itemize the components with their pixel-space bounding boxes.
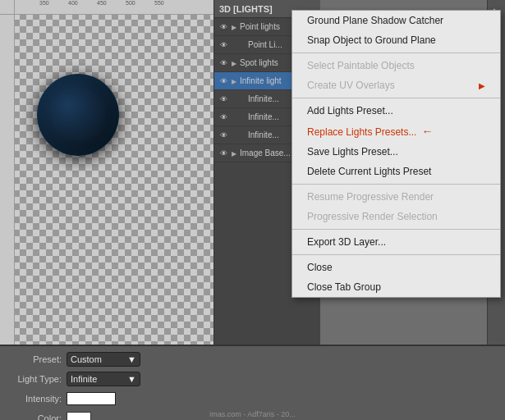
menu-item-close[interactable]: Close — [292, 258, 500, 277]
menu-item-close-tab[interactable]: Close Tab Group — [292, 277, 500, 297]
menu-item-delete-lights[interactable]: Delete Current Lights Preset — [292, 162, 500, 181]
menu-item-progressive-render: Progressive Render Selection — [292, 207, 500, 226]
layer-triangle-icon — [240, 42, 246, 48]
menu-item-ground-shadow[interactable]: Ground Plane Shadow Catcher — [292, 11, 500, 30]
menu-label: Close — [307, 262, 333, 273]
light-type-dropdown-arrow: ▼ — [127, 374, 136, 384]
arrow-pointer-icon: ← — [421, 125, 433, 138]
menu-label: Select Paintable Objects — [307, 60, 415, 71]
context-menu: Ground Plane Shadow CatcherSnap Object t… — [292, 10, 501, 298]
layer-label: Point Li... — [248, 40, 282, 49]
menu-item-resume-render: Resume Progressive Render — [292, 187, 500, 207]
menu-label: Snap Object to Ground Plane — [307, 34, 436, 46]
bottom-panel: Preset: Custom ▼ Light Type: Infinite ▼ … — [0, 345, 505, 420]
layer-eye-icon[interactable]: 👁 — [218, 130, 229, 141]
menu-label: Export 3D Layer... — [307, 236, 386, 248]
menu-label: Save Lights Preset... — [307, 146, 398, 158]
preset-dropdown-arrow: ▼ — [127, 354, 136, 364]
ruler-tick-400: 400 — [68, 0, 78, 6]
watermark: imas.com - Adf7aris - 20... — [0, 410, 505, 418]
layer-label: Point lights — [240, 22, 280, 31]
layer-triangle-icon: ▶ — [232, 78, 238, 84]
menu-label: Add Lights Preset... — [307, 105, 393, 116]
intensity-input[interactable] — [67, 392, 116, 405]
menu-label: Progressive Render Selection — [307, 211, 438, 222]
menu-label: Replace Lights Presets... — [307, 126, 416, 138]
menu-separator — [292, 184, 500, 185]
light-type-dropdown[interactable]: Infinite ▼ — [67, 372, 140, 386]
menu-label: Ground Plane Shadow Catcher — [307, 15, 443, 26]
menu-item-replace-lights[interactable]: Replace Lights Presets...← — [292, 121, 500, 142]
layer-eye-icon[interactable]: 👁 — [218, 21, 229, 33]
submenu-arrow-icon: ▶ — [479, 81, 485, 90]
preset-label: Preset: — [8, 354, 62, 364]
intensity-label: Intensity: — [8, 394, 62, 404]
menu-items-container: Ground Plane Shadow CatcherSnap Object t… — [292, 11, 500, 297]
layer-label: Infinite... — [248, 130, 279, 139]
layer-triangle-icon: ▶ — [232, 150, 238, 157]
layer-triangle-icon: ▶ — [232, 24, 238, 30]
intensity-row: Intensity: — [8, 390, 497, 407]
layer-eye-icon[interactable]: 👁 — [218, 39, 229, 51]
menu-label: Close Tab Group — [307, 281, 381, 293]
layer-eye-icon[interactable]: 👁 — [218, 148, 229, 159]
ruler-tick-550: 550 — [154, 0, 164, 6]
menu-label: Create UV Overlays — [307, 80, 395, 91]
menu-item-select-paintable: Select Paintable Objects — [292, 56, 500, 75]
light-type-label: Light Type: — [8, 374, 62, 384]
canvas-area: 350 400 450 500 550 — [0, 0, 213, 345]
layer-triangle-icon — [240, 132, 246, 139]
ruler-tick-350: 350 — [39, 0, 49, 6]
layer-triangle-icon — [240, 96, 246, 103]
menu-separator — [292, 52, 500, 53]
light-type-row: Light Type: Infinite ▼ — [8, 371, 497, 387]
layer-triangle-icon — [240, 114, 246, 121]
menu-item-export-3d[interactable]: Export 3D Layer... — [292, 232, 500, 252]
layer-eye-icon[interactable]: 👁 — [218, 57, 229, 69]
menu-separator — [292, 254, 500, 255]
preset-value: Custom — [71, 354, 102, 364]
preset-dropdown[interactable]: Custom ▼ — [67, 352, 140, 367]
layer-eye-icon[interactable]: 👁 — [218, 75, 229, 87]
menu-separator — [292, 229, 500, 230]
light-type-value: Infinite — [71, 374, 97, 384]
preset-row: Preset: Custom ▼ — [8, 351, 497, 368]
menu-item-create-uv: Create UV Overlays▶ — [292, 75, 500, 95]
ruler-left — [0, 15, 15, 345]
layer-label: Image Base... — [240, 148, 291, 158]
layer-label: Infinite light — [240, 76, 282, 85]
menu-separator — [292, 98, 500, 98]
3d-sphere-object — [37, 74, 119, 156]
menu-label: Resume Progressive Render — [307, 191, 434, 203]
ruler-top: 350 400 450 500 550 — [0, 0, 213, 15]
layer-label: Infinite... — [248, 94, 279, 103]
menu-item-snap-ground[interactable]: Snap Object to Ground Plane — [292, 30, 500, 50]
layer-eye-icon[interactable]: 👁 — [218, 112, 229, 123]
layer-eye-icon[interactable]: 👁 — [218, 94, 229, 105]
layer-triangle-icon: ▶ — [232, 60, 238, 66]
menu-item-save-lights[interactable]: Save Lights Preset... — [292, 142, 500, 162]
panel-title: 3D [LIGHTS] — [219, 4, 273, 14]
ruler-tick-450: 450 — [97, 0, 107, 6]
layer-label: Spot lights — [240, 58, 278, 67]
menu-item-add-lights[interactable]: Add Lights Preset... — [292, 101, 500, 121]
menu-label: Delete Current Lights Preset — [307, 166, 431, 177]
ruler-tick-500: 500 — [126, 0, 135, 6]
layer-label: Infinite... — [248, 112, 279, 121]
